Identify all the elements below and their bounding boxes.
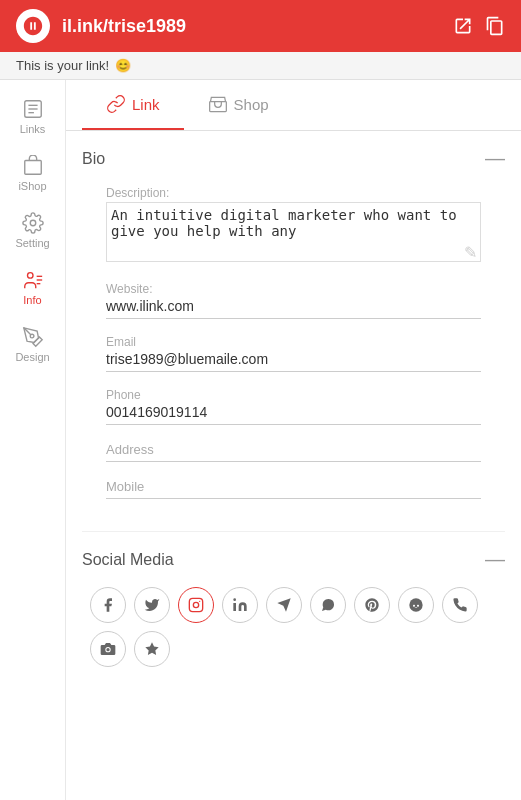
logo: [16, 9, 50, 43]
bio-section: Bio — Description: An intuitive digital …: [82, 131, 505, 532]
header-url: il.ink/trise1989: [62, 16, 453, 37]
svg-point-16: [409, 598, 422, 611]
content-area: Link Shop Bio — Description: An: [66, 80, 521, 800]
social-icon-reddit[interactable]: [398, 587, 434, 623]
email-group: Email trise1989@bluemaile.com: [106, 335, 481, 372]
notification-bar: This is your link! 😊: [0, 52, 521, 80]
top-header: il.ink/trise1989: [0, 0, 521, 52]
address-field[interactable]: Address: [106, 441, 481, 462]
copy-icon[interactable]: [485, 16, 505, 36]
tab-shop-label: Shop: [234, 96, 269, 113]
sidebar-item-info[interactable]: Info: [0, 259, 65, 316]
tabs-bar: Link Shop: [66, 80, 521, 131]
svg-point-18: [106, 648, 109, 651]
sidebar-label-links: Links: [20, 123, 46, 135]
phone-value[interactable]: 0014169019114: [106, 404, 481, 425]
main-layout: Links iShop Setting Info: [0, 80, 521, 800]
social-icon-pinterest[interactable]: [354, 587, 390, 623]
bio-collapse-btn[interactable]: —: [485, 147, 505, 170]
phone-label: Phone: [106, 388, 481, 402]
social-icon-whatsapp[interactable]: [310, 587, 346, 623]
svg-point-5: [30, 220, 36, 226]
email-label: Email: [106, 335, 481, 349]
social-title: Social Media: [82, 551, 174, 569]
header-icons: [453, 16, 505, 36]
description-group: Description: An intuitive digital market…: [106, 186, 481, 266]
website-label: Website:: [106, 282, 481, 296]
bio-title: Bio: [82, 150, 105, 168]
notification-emoji: 😊: [115, 58, 131, 73]
bio-section-header: Bio —: [82, 147, 505, 170]
sidebar-label-design: Design: [15, 351, 49, 363]
social-icon-telegram[interactable]: [266, 587, 302, 623]
sidebar-label-setting: Setting: [15, 237, 49, 249]
sidebar: Links iShop Setting Info: [0, 80, 66, 800]
social-icons-row: [82, 587, 505, 667]
website-group: Website: www.ilink.com: [106, 282, 481, 319]
social-icon-facebook[interactable]: [90, 587, 126, 623]
svg-rect-12: [189, 598, 202, 611]
social-section: Social Media —: [82, 532, 505, 683]
mobile-group: Mobile: [106, 478, 481, 499]
sidebar-label-ishop: iShop: [18, 180, 46, 192]
mobile-label: Mobile: [106, 479, 144, 494]
textarea-edit-icon: ✎: [464, 243, 477, 262]
tab-link-label: Link: [132, 96, 160, 113]
social-icon-phone[interactable]: [442, 587, 478, 623]
svg-rect-4: [24, 161, 41, 175]
description-textarea[interactable]: An intuitive digital marketer who want t…: [106, 202, 481, 262]
phone-group: Phone 0014169019114: [106, 388, 481, 425]
social-icon-other[interactable]: [134, 631, 170, 667]
social-icon-linkedin[interactable]: [222, 587, 258, 623]
svg-point-6: [27, 273, 33, 279]
svg-rect-11: [209, 102, 226, 112]
address-label: Address: [106, 442, 154, 457]
external-link-icon[interactable]: [453, 16, 473, 36]
social-icon-instagram[interactable]: [178, 587, 214, 623]
sidebar-item-design[interactable]: Design: [0, 316, 65, 373]
sidebar-item-setting[interactable]: Setting: [0, 202, 65, 259]
social-icon-twitter[interactable]: [134, 587, 170, 623]
email-value[interactable]: trise1989@bluemaile.com: [106, 351, 481, 372]
description-textarea-wrapper: An intuitive digital marketer who want t…: [106, 202, 481, 266]
svg-point-15: [233, 598, 236, 601]
description-label: Description:: [106, 186, 481, 200]
svg-point-14: [199, 601, 200, 602]
mobile-field[interactable]: Mobile: [106, 478, 481, 499]
sidebar-label-info: Info: [23, 294, 41, 306]
address-group: Address: [106, 441, 481, 462]
website-value[interactable]: www.ilink.com: [106, 298, 481, 319]
notification-text: This is your link!: [16, 58, 109, 73]
social-section-header: Social Media —: [82, 548, 505, 571]
tab-link[interactable]: Link: [82, 80, 184, 130]
svg-point-10: [30, 334, 34, 338]
sidebar-item-links[interactable]: Links: [0, 88, 65, 145]
svg-marker-19: [145, 642, 158, 655]
svg-point-13: [193, 602, 198, 607]
sidebar-item-ishop[interactable]: iShop: [0, 145, 65, 202]
tab-shop[interactable]: Shop: [184, 80, 293, 130]
social-icon-camera[interactable]: [90, 631, 126, 667]
social-collapse-btn[interactable]: —: [485, 548, 505, 571]
